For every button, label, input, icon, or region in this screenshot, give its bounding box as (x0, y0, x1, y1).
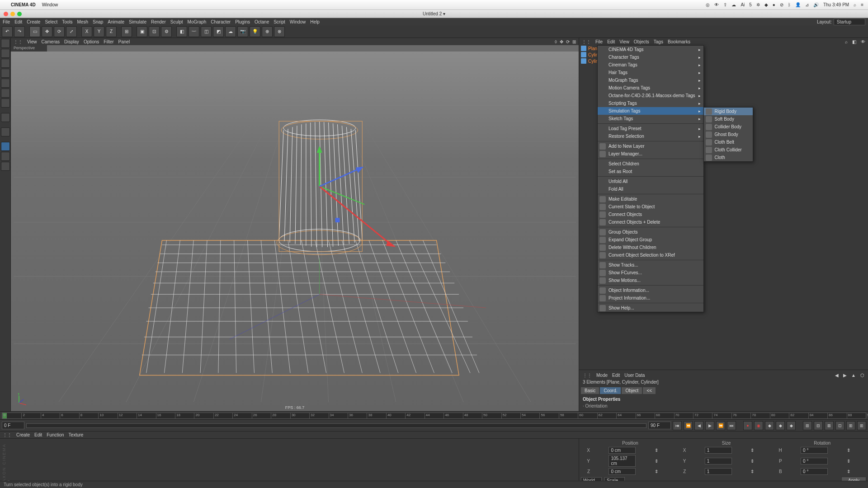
undo-button[interactable]: ↶ (2, 26, 13, 37)
menu-script[interactable]: Script (274, 19, 285, 24)
ctx-item[interactable]: Select Children (598, 160, 703, 168)
notification-icon[interactable]: ≡ (861, 2, 863, 7)
attr-mode[interactable]: Mode (596, 373, 608, 378)
key-opt-button[interactable]: ⊞ (803, 421, 812, 430)
rot-p-input[interactable]: 0 ° (801, 458, 828, 465)
ctx-item[interactable]: Group Objects (598, 228, 703, 236)
om-menu-file[interactable]: File (595, 39, 603, 44)
ctx-item[interactable]: Convert Object Selection to XRef (598, 251, 703, 259)
submenu-item[interactable]: Collider Body (704, 123, 753, 131)
key-rot-button[interactable]: ◆ (776, 421, 785, 430)
axis-x-button[interactable]: X (81, 26, 92, 37)
next-frame-button[interactable]: ⏩ (716, 421, 725, 430)
menu-simulate[interactable]: Simulate (129, 19, 146, 24)
layout-select[interactable]: Startup (834, 19, 865, 25)
workplane-mode-button[interactable] (1, 69, 10, 78)
autokey-button[interactable]: ◉ (754, 421, 763, 430)
om-menu-edit[interactable]: Edit (607, 39, 615, 44)
ctx-item[interactable]: Scripting Tags (598, 99, 703, 107)
key-opt-button[interactable]: ⊟ (814, 421, 823, 430)
mac-menu-window[interactable]: Window (42, 2, 58, 7)
render-view-button[interactable]: ▣ (137, 26, 147, 37)
ctx-item[interactable]: Restore Selection (598, 132, 703, 140)
clock[interactable]: Thu 3:49 PM (823, 2, 849, 7)
size-z-input[interactable]: 1 (705, 468, 732, 475)
menu-sculpt[interactable]: Sculpt (170, 19, 183, 24)
object-tree[interactable]: Plane Cylinder Cylinder CINEMA 4D TagsCh… (579, 45, 868, 370)
tool-button[interactable]: ⊕ (262, 26, 273, 37)
vp-menu-filter[interactable]: Filter (104, 39, 113, 44)
ctx-item[interactable]: Cineman Tags (598, 61, 703, 69)
poly-mode-button[interactable] (1, 99, 10, 108)
stepper-icon[interactable]: ⇕ (847, 469, 866, 474)
status-icon[interactable]: ◆ (764, 2, 768, 7)
menu-create[interactable]: Create (27, 19, 40, 24)
submenu-item[interactable]: Ghost Body (704, 131, 753, 138)
camera-button[interactable]: 📷 (237, 26, 248, 37)
om-menu-tags[interactable]: Tags (654, 39, 663, 44)
model-mode-button[interactable] (1, 39, 10, 48)
frame-end-input[interactable]: 90 F (648, 422, 671, 429)
menu-character[interactable]: Character (211, 19, 231, 24)
rot-h-input[interactable]: 0 ° (801, 447, 828, 454)
ctx-item[interactable]: Unfold All (598, 178, 703, 185)
grip-icon[interactable]: ⋮⋮ (582, 39, 591, 44)
ctx-item[interactable]: Show Help... (598, 304, 703, 312)
lock-icon[interactable]: ⬡ (860, 373, 864, 378)
vp-nav-icon[interactable]: ◊ (555, 39, 557, 44)
key-opt-button[interactable]: ⊡ (835, 421, 844, 430)
prev-frame-button[interactable]: ◀ (694, 421, 703, 430)
size-x-input[interactable]: 1 (705, 447, 732, 454)
ctx-item[interactable]: Show Motions... (598, 277, 703, 284)
stepper-icon[interactable]: ⇕ (750, 469, 770, 474)
close-icon[interactable] (4, 12, 8, 16)
environment-button[interactable]: ☁ (225, 26, 236, 37)
vp-menu-options[interactable]: Options (84, 39, 99, 44)
status-icon[interactable]: 👁 (714, 2, 719, 7)
scale-button[interactable]: ⤢ (66, 26, 77, 37)
nav-fwd-icon[interactable]: ▶ (843, 373, 847, 378)
vp-menu-display[interactable]: Display (64, 39, 79, 44)
menu-window[interactable]: Window (290, 19, 306, 24)
search-icon[interactable]: ⌕ (845, 39, 848, 44)
ctx-item[interactable]: Simulation TagsRigid BodySoft BodyCollid… (598, 107, 703, 115)
spline-button[interactable]: 〰 (189, 26, 199, 37)
ctx-item[interactable]: Motion Camera Tags (598, 84, 703, 92)
status-icon[interactable]: ✲ (756, 2, 760, 7)
mat-menu-function[interactable]: Function (47, 432, 64, 437)
menu-tools[interactable]: Tools (62, 19, 72, 24)
ctx-item[interactable]: Show Tracks... (598, 261, 703, 269)
point-mode-button[interactable] (1, 79, 10, 88)
goto-start-button[interactable]: ⏮ (673, 421, 682, 430)
vp-nav-icon[interactable]: ⟳ (566, 39, 570, 44)
submenu-item[interactable]: Rigid Body (704, 108, 753, 115)
view-icon[interactable]: ◧ (852, 39, 856, 44)
menu-animate[interactable]: Animate (108, 19, 124, 24)
ctx-item[interactable]: Connect Objects (598, 211, 703, 218)
tab-more[interactable]: << (643, 387, 656, 394)
key-opt-button[interactable]: ⊠ (825, 421, 834, 430)
status-icon[interactable]: ◎ (706, 2, 710, 7)
rotate-button[interactable]: ⟳ (54, 26, 65, 37)
vp-nav-icon[interactable]: ⊞ (572, 39, 576, 44)
ctx-item[interactable]: Current State to Object (598, 203, 703, 211)
key-pos-button[interactable]: ◆ (765, 421, 774, 430)
om-menu-objects[interactable]: Objects (634, 39, 649, 44)
axis-y-button[interactable]: Y (94, 26, 104, 37)
tab-object[interactable]: Object (622, 387, 642, 394)
edge-mode-button[interactable] (1, 89, 10, 98)
maximize-icon[interactable] (17, 12, 22, 16)
submenu-item[interactable]: Cloth Belt (704, 138, 753, 146)
vp-menu-panel[interactable]: Panel (118, 39, 130, 44)
ctx-item[interactable]: Add to New Layer (598, 142, 703, 150)
pos-x-input[interactable]: 0 cm (609, 447, 636, 454)
minimize-icon[interactable] (10, 12, 15, 16)
attr-userdata[interactable]: User Data (624, 373, 645, 378)
nav-back-icon[interactable]: ◀ (835, 373, 839, 378)
tool-button[interactable]: ⊗ (274, 26, 285, 37)
menu-octane[interactable]: Octane (255, 19, 269, 24)
ctx-item[interactable]: Layer Manager... (598, 150, 703, 158)
status-icon[interactable]: Ai (741, 2, 745, 7)
pos-y-input[interactable]: 105.137 cm (609, 455, 636, 467)
goto-end-button[interactable]: ⏭ (727, 421, 736, 430)
